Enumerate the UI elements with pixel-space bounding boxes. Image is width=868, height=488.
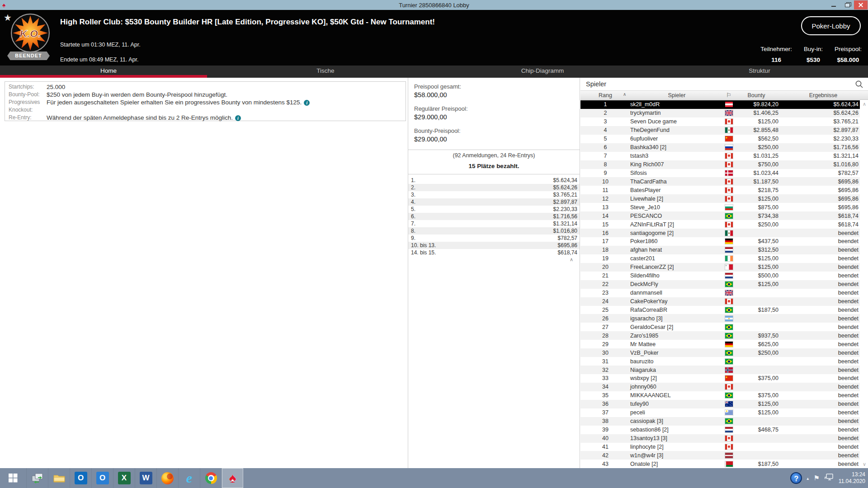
tab-chip-diagramm[interactable]: Chip-Diagramm [434, 66, 651, 78]
player-bounty: $218,75 [734, 187, 778, 193]
payout-place: 8. [411, 227, 415, 235]
taskbar-app-task-switcher[interactable] [26, 468, 48, 488]
payout-list: 1.$5.624,342.$5.624,263.$3.765,214.$2.89… [408, 177, 580, 256]
player-result: beendet [778, 401, 860, 407]
minimize-button[interactable] [827, 0, 840, 9]
player-result: $2.897,87 [778, 127, 860, 133]
table-row[interactable]: 1sk2ll_m0dR$9.824,20$5.624,34 [580, 100, 860, 109]
table-row[interactable]: 17Poker1860$437,50beendet [580, 237, 860, 246]
table-row[interactable]: 29Mr Mattee$625,00beendet [580, 340, 860, 348]
restore-button[interactable] [840, 0, 854, 9]
info-icon[interactable]: i [235, 115, 241, 121]
taskbar-app-file-explorer[interactable] [48, 468, 70, 488]
table-row[interactable]: 39sebastion86 [2]$468,75beendet [580, 426, 860, 434]
taskbar-app-internet-explorer[interactable]: e [178, 468, 200, 488]
table-row[interactable]: 7tstash3$1.031,25$1.321,14 [580, 152, 860, 160]
table-row[interactable]: 31bauruzitobeendet [580, 357, 860, 366]
table-row[interactable]: 16santiagogome [2]beendet [580, 229, 860, 237]
player-rank: 15 [580, 221, 630, 228]
table-row[interactable]: 15AZNInFiLtRaT [2]$250,00$618,74 [580, 220, 860, 229]
table-row[interactable]: 38cassiopak [3]beendet [580, 417, 860, 426]
table-row[interactable]: 2tryckymartin$1.406,25$5.624,26 [580, 109, 860, 117]
taskbar-app-word[interactable]: W [135, 468, 156, 488]
table-row[interactable]: 14PESCANCO$734,38$618,74 [580, 211, 860, 220]
table-row[interactable]: 9Sifosis$1.023,44$782,57 [580, 169, 860, 178]
table-row[interactable]: 42w1n@w4r [3]beendet [580, 451, 860, 460]
table-row[interactable]: 12Livewhale [2]$125,00$695,86 [580, 194, 860, 203]
table-row[interactable]: 32Niagarukabeendet [580, 366, 860, 374]
table-row[interactable]: 20FreeLancerZZ [2]$125,00beendet [580, 263, 860, 272]
table-row[interactable]: 35MIKKAAANGEL$375,00beendet [580, 391, 860, 400]
taskbar-app-outlook[interactable]: O [70, 468, 91, 488]
column-header-results[interactable]: Ergebnisse [778, 92, 868, 99]
start-button[interactable] [0, 468, 26, 488]
table-row[interactable]: 4TheDegenFund$2.855,48$2.897,87 [580, 126, 860, 135]
player-bounty: $125,00 [734, 281, 778, 287]
tab-struktur[interactable]: Struktur [651, 66, 868, 78]
table-row[interactable]: 41linphocyte [2]beendet [580, 443, 860, 451]
column-header-rank[interactable]: Rang ∧ [580, 92, 630, 99]
player-rank: 5 [580, 136, 630, 142]
taskbar-app-outlook-2[interactable]: O [91, 468, 113, 488]
table-row[interactable]: 28Zaro's1985$937,50beendet [580, 331, 860, 340]
table-row[interactable]: 36tufey90$125,00beendet [580, 400, 860, 408]
player-result: $1.016,80 [778, 161, 860, 168]
column-header-bounty[interactable]: Bounty [734, 92, 778, 99]
player-rank: 19 [580, 255, 630, 262]
table-row[interactable]: 33wsbxpy [2]$375,00beendet [580, 374, 860, 383]
table-row[interactable]: 22DeckMcFly$125,00beendet [580, 280, 860, 289]
tab-home[interactable]: Home [0, 66, 217, 78]
taskbar-app-excel[interactable]: X [113, 468, 135, 488]
table-row[interactable]: 21Silden4filho$500,00beendet [580, 272, 860, 280]
taskbar-clock[interactable]: 13:24 11.04.2020 [839, 471, 865, 485]
column-header-player[interactable]: Spieler [630, 92, 723, 99]
table-row[interactable]: 10ThaCardFatha$1.187,50$695,86 [580, 177, 860, 186]
table-row[interactable]: 6Bashka340 [2]$250,00$1.716,56 [580, 143, 860, 152]
player-bounty: $9.824,20 [734, 101, 778, 108]
poker-lobby-button[interactable]: Poker-Lobby [801, 16, 861, 35]
help-icon[interactable]: ? [790, 472, 802, 484]
table-row[interactable]: 25RafaCorreaBR$187,50beendet [580, 306, 860, 314]
table-row[interactable]: 34johnny060beendet [580, 383, 860, 391]
table-row[interactable]: 24CakePokerYaybeendet [580, 297, 860, 306]
collapse-payouts-icon[interactable]: ∧ [408, 256, 580, 263]
table-row[interactable]: 4013santoy13 [3]beendet [580, 434, 860, 443]
tab-tische[interactable]: Tische [217, 66, 434, 78]
player-name: tryckymartin [630, 110, 723, 116]
player-rank: 8 [580, 161, 630, 168]
table-row[interactable]: 43Onatole [2]$187,50beendet [580, 460, 860, 468]
close-button[interactable] [854, 0, 868, 9]
table-row[interactable]: 30VzB_Poker$250,00beendet [580, 348, 860, 357]
country-flag-icon [723, 282, 734, 287]
table-row[interactable]: 56upfuoliver$562,50$2.230,33 [580, 135, 860, 143]
info-label: Progressives Knockout: [9, 99, 45, 114]
table-row[interactable]: 18afghan herat$312,50beendet [580, 246, 860, 254]
table-row[interactable]: 37peceli$125,00beendet [580, 408, 860, 417]
table-row[interactable]: 27GeraldoCesar [2]beendet [580, 323, 860, 331]
taskbar-app-firefox[interactable] [156, 468, 178, 488]
player-name: Livewhale [2] [630, 196, 723, 202]
table-row[interactable]: 3Seven Duce game$125,00$3.765,21 [580, 117, 860, 126]
tray-expand-icon[interactable]: ▴ [807, 476, 809, 481]
network-icon[interactable] [824, 473, 834, 483]
player-name: 13santoy13 [3] [630, 435, 723, 441]
scroll-up-icon[interactable]: ∧ [863, 101, 866, 107]
table-row[interactable]: 8King Rich007$750,00$1.016,80 [580, 160, 860, 169]
table-row[interactable]: 11BatesPlayer$218,75$695,86 [580, 186, 860, 194]
taskbar-app-pokerstars[interactable]: ♠★ [222, 468, 243, 488]
player-result: $618,74 [778, 213, 860, 219]
column-header-flag-icon[interactable]: ⚐ [723, 92, 734, 99]
payout-place: 10. bis 13. [411, 242, 436, 249]
taskbar-app-chrome[interactable] [200, 468, 222, 488]
payout-row: 5.$2.230,33 [408, 206, 580, 213]
info-icon[interactable]: i [304, 100, 310, 106]
payout-amount: $695,86 [558, 242, 577, 249]
table-row[interactable]: 26igsaracho [3]beendet [580, 314, 860, 323]
header-stat: Preispool:$58.000 [835, 46, 862, 63]
table-row[interactable]: 19caster201$125,00beendet [580, 254, 860, 263]
scroll-down-icon[interactable]: ∨ [863, 461, 866, 467]
payout-place: 7. [411, 220, 415, 227]
action-center-flag-icon[interactable]: ⚑ [813, 474, 819, 482]
table-row[interactable]: 13Steve_Je10$875,00$695,86 [580, 203, 860, 211]
table-row[interactable]: 23dannmansellbeendet [580, 289, 860, 297]
